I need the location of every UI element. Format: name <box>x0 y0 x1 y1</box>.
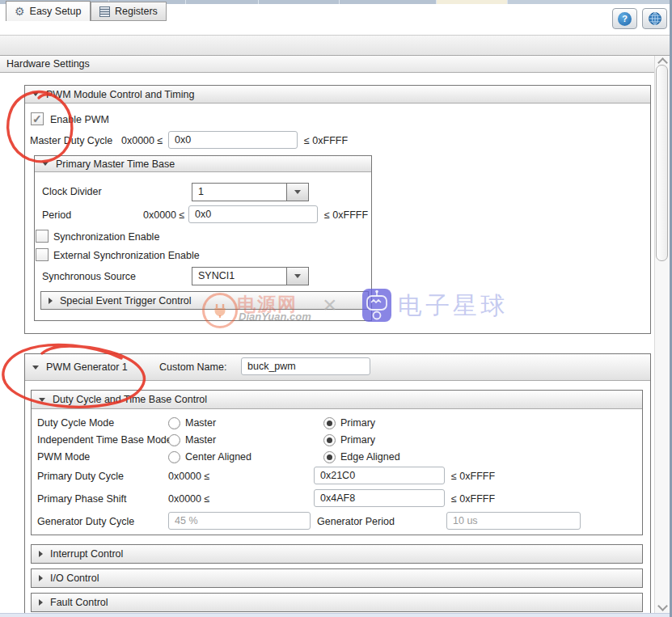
duty-cycle-mode-primary-radio[interactable] <box>323 417 336 429</box>
ext-sync-enable-checkbox[interactable] <box>36 248 49 261</box>
sync-enable-label: Synchronization Enable <box>53 230 159 243</box>
tab-registers-label: Registers <box>115 6 158 17</box>
globe-button[interactable] <box>642 8 667 29</box>
collapse-triangle-icon <box>32 92 39 96</box>
duty-control-title: Duty Cycle and Time Base Control <box>53 394 207 405</box>
view-tabbar <box>0 35 670 56</box>
scrollbar-thumb[interactable] <box>656 65 668 261</box>
enable-pwm-checkbox[interactable] <box>31 112 44 125</box>
strip-segment-active <box>437 0 508 4</box>
clock-divider-combobox[interactable]: 1 <box>192 183 309 201</box>
radio-option-label: Center Aligned <box>185 450 251 463</box>
master-duty-cycle-label: Master Duty Cycle <box>30 134 112 147</box>
sync-source-label: Synchronous Source <box>42 270 136 283</box>
time-base-title: Primary Master Time Base <box>56 158 175 170</box>
module-control-title: PWM Module Control and Timing <box>46 89 194 100</box>
tab-easy-setup[interactable]: ⚙ Easy Setup <box>6 1 91 21</box>
primary-phase-shift-min: 0x0000 ≤ <box>168 492 209 505</box>
help-button[interactable]: ? <box>612 8 637 29</box>
hardware-settings-header[interactable]: Hardware Settings <box>0 56 670 73</box>
custom-name-label: Custom Name: <box>159 361 226 374</box>
sync-source-value: SYNCI1 <box>192 268 286 285</box>
ext-sync-enable-label: External Synchronization Enable <box>53 249 200 262</box>
hardware-settings-label: Hardware Settings <box>6 58 90 70</box>
pwm-mode-label: PWM Mode <box>37 450 90 463</box>
strip-segment <box>508 0 672 4</box>
fault-control-title: Fault Control <box>50 597 108 608</box>
generator-duty-cycle-input[interactable] <box>168 512 311 530</box>
panel-bottom-edge <box>0 613 670 617</box>
chevron-down-icon <box>294 274 301 278</box>
expand-triangle-icon <box>39 599 43 606</box>
globe-icon <box>648 11 662 26</box>
radio-option-label: Primary <box>340 416 375 429</box>
collapse-triangle-icon <box>32 366 39 370</box>
tab-easy-setup-label: Easy Setup <box>30 6 82 17</box>
clock-divider-label: Clock Divider <box>42 185 102 198</box>
special-event-title: Special Event Trigger Control <box>60 295 192 306</box>
fault-control-section[interactable]: Fault Control <box>31 593 643 612</box>
strip-segment <box>340 0 437 4</box>
primary-duty-cycle-input[interactable] <box>314 467 445 484</box>
sync-enable-checkbox[interactable] <box>36 230 49 243</box>
master-duty-cycle-min: 0x0000 ≤ <box>121 134 163 147</box>
special-event-section[interactable]: Special Event Trigger Control <box>40 291 369 310</box>
radio-option-label: Primary <box>340 433 375 446</box>
gear-icon: ⚙ <box>15 6 25 17</box>
generator-duty-cycle-label: Generator Duty Cycle <box>37 515 134 528</box>
pwm-easy-setup-panel: PWM ? ⚙ Easy Setup Registers Hardware Se… <box>0 0 672 617</box>
primary-duty-cycle-min: 0x0000 ≤ <box>168 470 209 483</box>
radio-option-label: Master <box>185 416 216 429</box>
duty-control-header[interactable]: Duty Cycle and Time Base Control <box>32 391 642 409</box>
primary-duty-cycle-label: Primary Duty Cycle <box>37 470 124 483</box>
io-control-title: I/O Control <box>50 573 99 584</box>
chevron-down-icon <box>294 190 301 194</box>
period-min: 0x0000 ≤ <box>143 209 184 222</box>
primary-phase-shift-max: ≤ 0xFFFF <box>451 492 495 505</box>
clock-divider-value: 1 <box>192 184 286 201</box>
pwm-mode-edge-aligned-radio[interactable] <box>323 451 336 463</box>
independent-time-base-mode-label: Independent Time Base Mode <box>37 433 172 446</box>
expand-triangle-icon <box>49 298 53 304</box>
tab-registers[interactable]: Registers <box>91 2 167 21</box>
time-base-header[interactable]: Primary Master Time Base <box>35 156 371 172</box>
module-control-header[interactable]: PWM Module Control and Timing <box>25 86 650 104</box>
primary-phase-shift-input[interactable] <box>314 489 445 507</box>
time-base-mode-master-radio[interactable] <box>168 434 180 446</box>
generator-title: PWM Generator 1 <box>46 361 128 373</box>
primary-phase-shift-label: Primary Phase Shift <box>37 492 126 505</box>
pwm-mode-center-aligned-radio[interactable] <box>168 451 180 463</box>
sync-source-dropdown-button[interactable] <box>286 268 308 285</box>
primary-duty-cycle-max: ≤ 0xFFFF <box>451 470 495 483</box>
strip-segment <box>259 0 340 4</box>
generator-period-label: Generator Period <box>317 515 395 528</box>
io-control-section[interactable]: I/O Control <box>31 568 643 588</box>
period-input[interactable] <box>188 205 318 223</box>
collapse-triangle-icon <box>39 398 45 402</box>
interrupt-control-title: Interrupt Control <box>50 548 123 560</box>
expand-triangle-icon <box>39 575 43 581</box>
sync-source-combobox[interactable]: SYNCI1 <box>192 267 309 285</box>
interrupt-control-section[interactable]: Interrupt Control <box>31 544 643 564</box>
expand-triangle-icon <box>39 551 43 557</box>
radio-option-label: Edge Aligned <box>340 450 400 463</box>
strip-segment <box>186 0 259 4</box>
master-duty-cycle-input[interactable] <box>168 131 298 149</box>
master-duty-cycle-max: ≤ 0xFFFF <box>304 134 348 147</box>
clock-divider-dropdown-button[interactable] <box>286 184 308 201</box>
period-max: ≤ 0xFFFF <box>324 209 368 222</box>
radio-option-label: Master <box>185 433 216 446</box>
custom-name-input[interactable] <box>241 357 370 375</box>
duty-cycle-mode-master-radio[interactable] <box>168 417 180 429</box>
enable-pwm-label: Enable PWM <box>50 113 109 126</box>
generator-period-input[interactable] <box>446 512 581 530</box>
collapse-triangle-icon <box>42 162 49 166</box>
time-base-mode-primary-radio[interactable] <box>323 434 336 446</box>
period-label: Period <box>42 209 71 222</box>
registers-icon <box>99 6 110 17</box>
duty-cycle-mode-label: Duty Cycle Mode <box>37 416 114 429</box>
help-icon: ? <box>618 12 632 26</box>
